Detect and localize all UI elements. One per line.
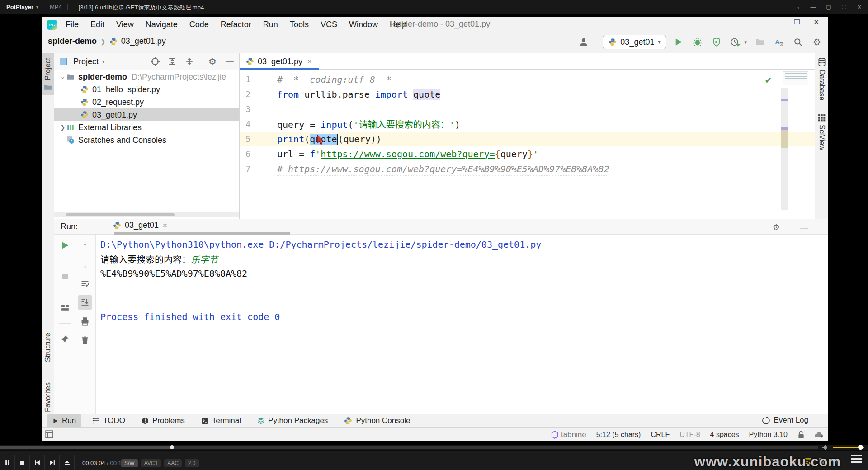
bottom-tab-python-packages[interactable]: Python Packages (252, 414, 333, 427)
indent-setting[interactable]: 4 spaces (710, 431, 739, 439)
menu-icon[interactable] (851, 455, 862, 465)
ide-close-icon[interactable]: ✕ (813, 18, 819, 26)
code-line[interactable]: 3 (240, 102, 815, 117)
editor[interactable]: 1# -*- coding:utf-8 -*-2from urllib.pars… (240, 70, 815, 219)
expand-all-icon[interactable] (166, 56, 178, 67)
up-icon[interactable]: ↑ (78, 238, 92, 253)
menu-view[interactable]: View (112, 19, 138, 30)
settings-gear-icon[interactable]: ⚙ (770, 221, 782, 233)
translate-icon[interactable]: A文 (773, 36, 785, 48)
locate-icon[interactable] (149, 56, 161, 67)
pin-icon[interactable] (58, 332, 72, 346)
ide-minimize-icon[interactable]: — (774, 18, 780, 26)
print-icon[interactable] (78, 314, 92, 329)
horizontal-scrollbar[interactable] (54, 212, 239, 217)
project-panel-title[interactable]: Project (73, 57, 99, 66)
close-icon[interactable]: ✕ (855, 4, 863, 10)
code-line[interactable]: 2from urllib.parse import quote (240, 87, 815, 102)
tree-item[interactable]: 01_hello_spider.py (54, 83, 239, 96)
menu-run[interactable]: Run (259, 19, 282, 30)
pause-button[interactable] (0, 455, 15, 470)
chevron-right-icon[interactable]: ❯ (59, 124, 66, 131)
tool-tab-database[interactable]: Database (815, 58, 829, 101)
editor-tab[interactable]: 03_get01.py ✕ (240, 53, 319, 70)
bottom-tab-problems[interactable]: Problems (136, 414, 190, 427)
tool-tab-structure[interactable]: Structure (42, 333, 54, 362)
maximize-icon[interactable]: ▢ (825, 4, 833, 10)
bottom-tab-run[interactable]: Run (47, 414, 81, 427)
down-icon[interactable]: ↓ (78, 257, 92, 272)
ide-restore-icon[interactable]: ❐ (794, 18, 800, 26)
fullscreen-icon[interactable]: ⛶ (840, 4, 848, 11)
breadcrumb-file[interactable]: 03_get01.py (121, 37, 166, 46)
speaker-icon[interactable] (822, 445, 828, 450)
next-button[interactable] (45, 455, 60, 470)
menu-edit[interactable]: Edit (86, 19, 108, 30)
open-media-button[interactable] (60, 455, 75, 470)
tool-tab-sciview[interactable]: SciView (815, 114, 829, 150)
menu-navigate[interactable]: Navigate (142, 19, 182, 30)
pin-icon[interactable]: ⟓ (794, 4, 802, 11)
code-line[interactable]: 6url = f'https://www.sogou.com/web?query… (240, 146, 815, 161)
interpreter[interactable]: Python 3.10 (749, 431, 788, 439)
menu-vcs[interactable]: VCS (316, 19, 341, 30)
bottom-tab-python-console[interactable]: Python Console (339, 414, 415, 427)
settings-icon[interactable]: ⚙ (207, 56, 218, 67)
run-tab[interactable]: 03_get01 ✕ (113, 221, 168, 230)
close-tab-icon[interactable]: ✕ (307, 58, 312, 65)
inspections-ok-icon[interactable]: ✔ (765, 74, 771, 85)
debug-icon[interactable] (692, 36, 703, 48)
tree-item[interactable]: Scratches and Consoles (54, 134, 239, 146)
minimize-icon[interactable]: — (809, 4, 817, 10)
line-ending[interactable]: CRLF (651, 431, 670, 439)
volume-knob[interactable] (858, 445, 863, 450)
encoding[interactable]: UTF-8 (679, 431, 700, 439)
code-line[interactable]: 5print(quote(query)) (240, 132, 815, 146)
breadcrumb-project[interactable]: spider-demo (48, 37, 97, 46)
run-config-select[interactable]: 03_get01 ▾ (603, 35, 666, 49)
tree-item[interactable]: 02_request.py (54, 96, 239, 108)
code-line[interactable]: 7# https://www.sogou.com/web?query=%E4%B… (240, 161, 815, 176)
softwrap-icon[interactable] (78, 276, 92, 291)
tree-item[interactable]: 03_get01.py (54, 108, 239, 121)
chevron-down-icon[interactable]: ⌄ (59, 74, 66, 80)
horizontal-scrollbar[interactable] (114, 232, 290, 235)
collapse-all-icon[interactable] (184, 56, 195, 67)
code-line[interactable]: 1# -*- coding:utf-8 -*- (240, 72, 815, 87)
rerun-icon[interactable] (58, 238, 72, 253)
hide-panel-icon[interactable]: — (798, 221, 810, 233)
menu-code[interactable]: Code (185, 19, 213, 30)
restore-windows-icon[interactable] (45, 430, 53, 438)
hide-icon[interactable]: — (224, 56, 236, 67)
search-icon[interactable] (792, 36, 804, 48)
cloud-settings-icon[interactable] (815, 431, 824, 438)
trash-icon[interactable] (78, 333, 92, 348)
error-stripe[interactable] (781, 88, 788, 210)
tool-tab-project[interactable]: Project (42, 53, 54, 95)
bottom-tab-todo[interactable]: TODO (87, 414, 131, 427)
open-disabled-icon[interactable] (754, 36, 766, 48)
layout-icon[interactable] (58, 301, 72, 315)
menu-refactor[interactable]: Refactor (217, 19, 255, 30)
tabnine-widget[interactable]: tabnine (551, 430, 586, 439)
bottom-tab-terminal[interactable]: Terminal (196, 414, 246, 427)
previous-button[interactable] (30, 455, 45, 470)
code-line[interactable]: 4query = input('请输入要搜索的内容：') (240, 117, 815, 132)
event-log-button[interactable]: Event Log (762, 416, 808, 425)
stop-icon[interactable] (58, 269, 72, 284)
settings-icon[interactable]: ⚙ (811, 36, 823, 48)
close-tab-icon[interactable]: ✕ (162, 222, 168, 229)
potplayer-menu-button[interactable]: PotPlayer (6, 4, 33, 10)
menu-window[interactable]: Window (345, 19, 382, 30)
caret-position[interactable]: 5:12 (5 chars) (596, 431, 641, 439)
menu-tools[interactable]: Tools (286, 19, 313, 30)
tree-item[interactable]: ❯External Libraries (54, 121, 239, 134)
stop-button[interactable] (15, 455, 30, 470)
tree-item[interactable]: ⌄spider-demoD:\PycharmProjects\lezijie (54, 70, 239, 83)
user-icon[interactable] (578, 36, 590, 48)
profiler-icon[interactable] (730, 36, 741, 48)
lock-icon[interactable] (797, 431, 805, 439)
coverage-icon[interactable] (711, 36, 722, 48)
scrollend-icon[interactable] (78, 295, 92, 310)
menu-file[interactable]: File (61, 19, 83, 30)
